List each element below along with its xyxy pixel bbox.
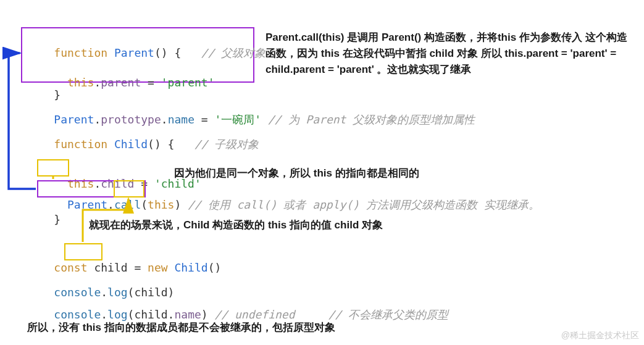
watermark: @稀土掘金技术社区 [561,330,639,341]
annotation-top: Parent.call(this) 是调用 Parent() 构造函数，并将th… [266,30,630,78]
annotation-mid-below: 就现在的场景来说，Child 构造函数的 this 指向的值 child 对象 [89,217,533,233]
diagram-canvas: function Parent() { // 父级对象 this.parent … [0,0,644,345]
comment: // 父级对象 [181,46,266,59]
code-line-12: } [27,197,61,242]
annotation-bottom: 所以，没有 this 指向的数据成员都是不会被继承的，包括原型对象 [27,320,583,336]
annotation-bottom-text: 所以，没有 this 指向的数据成员都是不会被继承的，包括原型对象 [27,322,335,333]
fn-parent: Parent [107,46,154,59]
highlight-this-arg [114,180,144,197]
annotation-mid-right-text: 因为他们是同一个对象，所以 this 的指向都是相同的 [174,167,419,179]
annotation-mid-right: 因为他们是同一个对象，所以 this 的指向都是相同的 [174,165,557,181]
highlight-this-child [37,159,69,177]
annotation-mid-below-text: 就现在的场景来说，Child 构造函数的 this 指向的值 child 对象 [89,219,383,231]
annotation-top-text: Parent.call(this) 是调用 Parent() 构造函数，并将th… [266,31,627,75]
str-parent: 'parent' [161,76,215,89]
paren: () { [154,46,181,59]
highlight-child-var [64,243,102,260]
kw-function: function [54,46,107,59]
prop-parent: parent [101,76,141,89]
